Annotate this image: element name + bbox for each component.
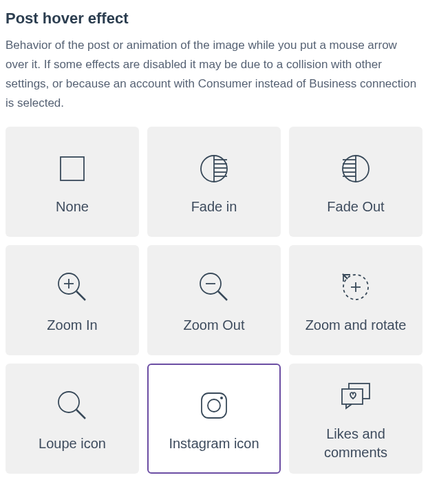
fade-out-icon xyxy=(340,148,372,189)
option-loupe[interactable]: Loupe icon xyxy=(6,364,139,474)
svg-point-28 xyxy=(208,399,220,412)
option-label: Loupe icon xyxy=(39,434,106,453)
option-instagram[interactable]: Instagram icon xyxy=(147,364,281,474)
instagram-icon xyxy=(197,385,231,426)
option-zoom-rotate[interactable]: Zoom and rotate xyxy=(289,245,422,355)
option-fade-in[interactable]: Fade in xyxy=(147,127,281,237)
option-label: None xyxy=(56,198,89,216)
option-zoom-in[interactable]: Zoom In xyxy=(6,245,139,355)
svg-rect-0 xyxy=(61,157,84,180)
fade-in-icon xyxy=(198,148,230,189)
option-label: Fade in xyxy=(191,198,237,216)
likes-comments-icon xyxy=(336,375,375,417)
loupe-icon xyxy=(54,385,90,426)
option-label: Zoom Out xyxy=(184,316,245,335)
option-label: Fade Out xyxy=(327,198,384,216)
option-likes-comments[interactable]: Likes and comments xyxy=(289,364,422,474)
section-description: Behavior of the post or animation of the… xyxy=(6,36,422,113)
option-none[interactable]: None xyxy=(6,127,139,237)
option-grid: None Fade in Fade Out xyxy=(6,127,422,474)
option-zoom-out[interactable]: Zoom Out xyxy=(147,245,281,355)
svg-rect-31 xyxy=(342,389,363,404)
svg-point-29 xyxy=(220,397,223,399)
option-fade-out[interactable]: Fade Out xyxy=(289,127,422,237)
svg-line-26 xyxy=(76,410,85,419)
zoom-out-icon xyxy=(196,266,232,308)
zoom-in-icon xyxy=(54,266,90,308)
option-label: Zoom and rotate xyxy=(306,316,407,335)
svg-line-20 xyxy=(218,291,227,300)
section-title: Post hover effect xyxy=(6,10,422,28)
zoom-rotate-icon xyxy=(338,266,374,308)
svg-rect-27 xyxy=(202,393,226,418)
svg-point-25 xyxy=(58,392,79,412)
option-label: Likes and comments xyxy=(295,425,417,462)
option-label: Zoom In xyxy=(47,316,97,335)
svg-line-16 xyxy=(76,291,85,300)
option-label: Instagram icon xyxy=(169,434,259,453)
none-icon xyxy=(56,148,88,189)
